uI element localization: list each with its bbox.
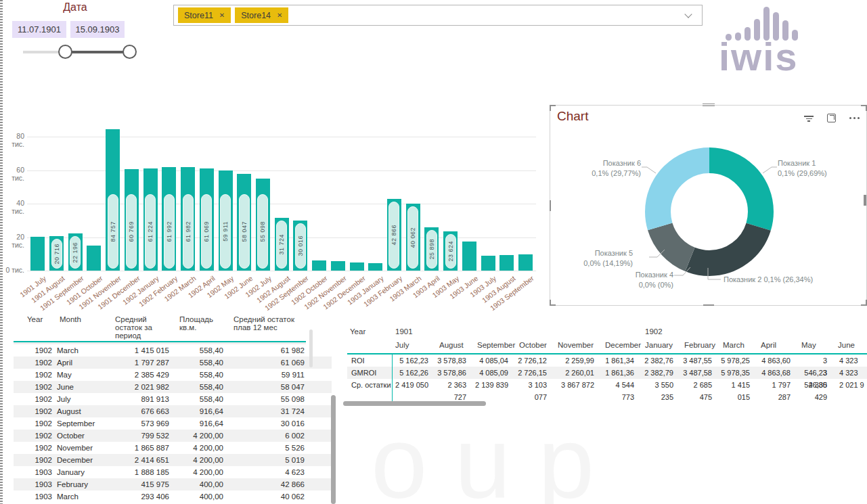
bar-1901-november[interactable]: 84 757 [106,129,120,271]
bar-1902-november[interactable] [331,261,345,271]
store-dropdown[interactable]: Store11 ✕ Store14 ✕ [173,5,703,26]
remove-chip-icon[interactable]: ✕ [277,12,282,19]
table-row[interactable]: 1903March293 406400,0040 062 [14,490,332,503]
table-row[interactable]: 1902March1 415 015558,4061 982 [14,344,332,357]
table-row[interactable]: 1902June2 021 982558,4058 047 [14,381,332,393]
table-row[interactable]: 1903February415 975400,0042 866 [14,478,332,490]
table-row[interactable]: 1902November1 865 8874 200,005 526 [14,442,332,454]
bar-1902-march[interactable]: 61 982 [181,167,195,271]
table-row[interactable]: 1902August676 663916,6431 724 [14,405,332,417]
bar-1902-september[interactable]: 30 016 [293,221,307,271]
bar-1902-june[interactable]: 58 047 [237,174,251,271]
bar-1903-january[interactable] [368,263,382,271]
matrix-horizontal-scrollbar[interactable] [343,401,486,406]
bar-1903-august[interactable] [499,255,514,271]
chart-visual-panel[interactable]: Chart Показник 1 0,1% (29,69%) Показник … [550,105,867,306]
matrix-row[interactable]: Ср. остатки2 419 0502 363 7272 139 8393 … [347,379,867,391]
table-cell: 558,40 [171,369,225,381]
store-chip-2[interactable]: Store14 ✕ [235,7,288,23]
bar-1903-february[interactable]: 42 866 [387,199,401,271]
slider-handle-start[interactable] [58,45,72,59]
bar-1901-august[interactable]: 20 716 [49,236,64,271]
balance-table[interactable]: YearMonthСредний остаток за периодПлощад… [14,310,332,504]
table-cell: 1902 [14,381,54,393]
start-date-field[interactable]: 11.07.1901 [12,21,66,38]
table-header-cell[interactable]: Month [54,315,108,341]
left-table-scrollbar[interactable] [309,329,313,367]
table-row[interactable]: 1903January1 888 1854 200,004 623 [14,466,332,478]
matrix-month-header[interactable]: September [474,337,516,353]
remove-chip-icon[interactable]: ✕ [219,12,225,19]
table-cell: 58 047 [225,381,306,393]
bar-1903-july[interactable] [481,256,495,271]
table-header-cell[interactable]: Средний остаток за период [108,315,171,341]
background-watermark: oup [371,405,621,504]
matrix-month-header[interactable]: August [437,337,474,353]
matrix-month-header[interactable]: May [799,337,835,353]
bar-1902-april[interactable]: 61 069 [200,168,214,271]
table-row[interactable]: 1902October799 5324 200,006 002 [14,430,332,442]
bar-1901-september[interactable]: 22 196 [68,233,83,271]
bar-1902-february[interactable]: 61 992 [162,167,176,271]
matrix-month-header[interactable]: January [642,337,682,353]
table-row[interactable]: 1902July891 913558,4055 098 [14,393,332,405]
resize-handle[interactable] [550,200,551,211]
matrix-month-header[interactable]: April [758,337,799,353]
bar-1903-june[interactable] [462,242,476,271]
matrix-row[interactable]: ROI5 162,233 578,834 085,042 726,122 259… [347,354,867,367]
bar-1902-january[interactable]: 61 224 [143,168,158,271]
bar-1903-april[interactable]: 25 898 [424,227,439,271]
bar-1902-october[interactable] [312,260,326,271]
table-row[interactable]: 1902December2 414 6514 200,005 019 [14,454,332,466]
bar-1902-july[interactable]: 55 098 [256,179,270,271]
matrix-year-spacer [474,326,516,337]
matrix-month-header[interactable]: October [516,337,555,353]
matrix-row[interactable]: GMROI5 162,263 578,864 085,092 726,152 2… [347,367,867,379]
resize-handle[interactable] [861,105,867,111]
table-vertical-scrollbar[interactable] [331,395,336,504]
table-row[interactable]: 1902May2 385 429558,4059 911 [14,369,332,381]
matrix-cell: 1 797 287 [758,379,799,403]
slider-active-range[interactable] [65,51,129,53]
table-row[interactable]: 1902September573 969916,6430 016 [14,417,332,430]
matrix-month-header[interactable]: December [602,337,642,353]
matrix-month-header[interactable]: June [835,337,867,353]
bar-1901-july[interactable] [30,237,45,271]
matrix-month-header[interactable]: November [555,337,602,353]
bar-1902-august[interactable]: 31 724 [275,218,289,271]
resize-handle[interactable] [550,300,556,306]
bar-1902-december[interactable] [350,262,364,271]
chevron-down-icon[interactable] [684,10,692,18]
bar-1902-may[interactable]: 59 911 [219,170,233,271]
bar-1903-march[interactable]: 40 062 [406,204,420,271]
iwis-logo: iwis [719,5,841,73]
table-header-cell[interactable]: Средний остаток плав 12 мес [225,315,306,341]
store-chip-1[interactable]: Store11 ✕ [178,7,231,23]
resize-handle[interactable] [703,304,714,306]
matrix-corner-label: Year [347,326,393,337]
drag-grip-handle[interactable] [703,102,715,106]
matrix-month-header[interactable]: July [393,337,437,353]
bar-data-label: 61 069 [201,194,212,269]
bar-1901-october[interactable] [87,246,101,271]
matrix-year-label: 1901 [393,326,437,337]
table-header-cell[interactable]: Площадь кв.м. [171,315,225,341]
logo-text: iwis [719,41,841,73]
table-header-cell[interactable]: Year [14,315,54,341]
bar-1903-september[interactable] [518,254,533,271]
matrix-month-header[interactable]: February [682,337,720,353]
bar-1901-december[interactable]: 60 769 [125,169,139,271]
resize-handle[interactable] [864,195,866,206]
end-date-field[interactable]: 15.09.1903 [70,21,125,38]
resize-handle[interactable] [861,300,867,306]
matrix-month-header[interactable]: March [720,337,758,353]
roi-matrix-table[interactable]: Year19011902 JulyAugustSeptemberOctoberN… [347,326,867,407]
table-row[interactable]: 1902April1 797 287558,4061 069 [14,357,332,369]
bar-1903-may[interactable]: 23 624 [443,231,458,271]
slider-handle-end[interactable] [123,45,137,59]
resize-handle[interactable] [550,105,556,111]
matrix-cell: 3 550 235 [642,379,682,403]
bar-data-label: 31 724 [276,221,287,269]
table-header-row: YearMonthСредний остаток за периодПлощад… [14,310,332,341]
matrix-cell: 2 685 475 [682,379,720,403]
